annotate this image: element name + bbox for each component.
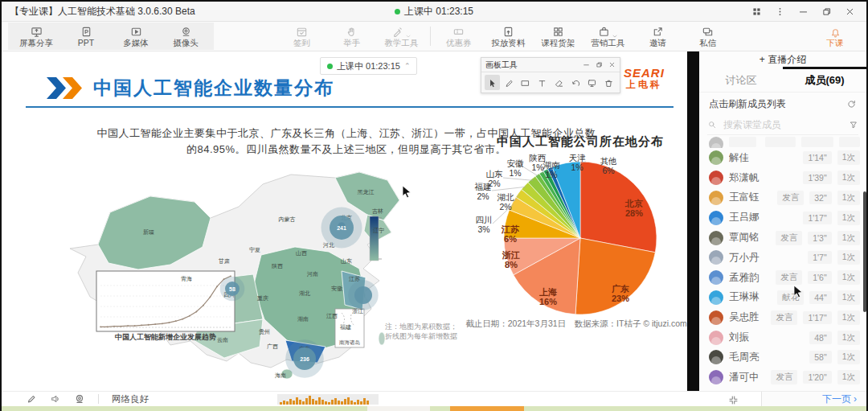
member-search[interactable] [707,115,858,135]
member-row[interactable]: 王琳琳献花44"1次 [699,288,866,308]
whiteboard-palette[interactable]: 画板工具 [481,57,620,93]
toolbar-item-invite[interactable]: 邀请 [633,22,682,51]
svg-text:8%: 8% [505,260,518,269]
svg-text:中国人工智能新增企业发展趋势: 中国人工智能新增企业发展趋势 [115,333,216,341]
map-label-河南: 河南 [306,271,318,277]
chevron-up-icon[interactable]: ⌃ [404,62,411,70]
member-time-badge: 1'7" [808,251,831,264]
svg-text:折线图为每年新增数据: 折线图为每年新增数据 [385,332,457,340]
map-label-青海: 青海 [181,276,192,282]
member-row-partial[interactable] [699,137,866,148]
palette-minimize-icon[interactable] [583,61,590,68]
webcam-icon[interactable] [74,393,85,405]
palette-tool-board[interactable] [585,75,600,90]
pie-slice-北京 [580,162,657,253]
refresh-icon[interactable] [846,99,857,109]
svg-text:6%: 6% [602,166,614,175]
invite-icon [652,26,664,38]
tab-members[interactable]: 成员(69) [783,69,866,92]
map-label-广西: 广西 [267,343,278,350]
speaker-icon[interactable] [50,393,61,405]
member-row[interactable]: 王富钰发言32"1次 [699,188,866,208]
member-row[interactable]: 潘可中发言1'20"1次 [699,368,866,388]
palette-tool-eraser[interactable] [551,75,567,90]
live-intro-header[interactable]: + 直播介绍 [699,51,866,68]
slide-title-block: 中国人工智能企业数量分布 [47,76,334,101]
toolbar-item-media[interactable]: 多媒体 [111,23,161,50]
member-name: 毛周亮 [729,351,804,364]
end-class-button[interactable]: 下课 [810,22,860,51]
close-icon[interactable] [845,6,855,17]
restore-icon[interactable] [821,6,832,17]
slide-canvas[interactable]: 上课中 01:23:15 ⌃ 画板工具 SEARI 上电科 [2,51,687,391]
member-time-badge: 1'39" [803,171,831,184]
palette-tool-select[interactable] [485,75,500,90]
toolbar-item-hand[interactable]: 举手 [327,22,377,51]
svg-text:1%: 1% [571,162,583,172]
svg-text:天津: 天津 [569,153,587,162]
svg-text:注：地图为累积数据；: 注：地图为累积数据； [385,323,457,331]
member-row[interactable]: 孟雅韵发言1'6"1次 [699,268,866,288]
timeline-strip[interactable] [2,406,866,411]
member-time-badge: 44" [809,291,831,304]
class-timer-pill[interactable]: 上课中 01:23:15 ⌃ [320,57,417,75]
toolbar-item-camera[interactable]: 摄像头 [161,23,211,50]
window-titlebar: 【专业课】人工智能技术基础 3.0.6.30 Beta 上课中 01:23:15 [2,2,866,22]
palette-tool-texttool[interactable] [534,75,550,90]
member-row[interactable]: 郑潇帆1'39"1次 [699,168,866,188]
avatar [709,310,723,325]
toolbar-item-ticket[interactable]: 优惠券 [433,22,483,51]
undo-icon [571,77,581,88]
member-count-badge: 1次 [837,350,860,364]
svg-text:上海: 上海 [538,287,557,297]
member-row[interactable]: 解佳1'14"1次 [699,148,866,168]
member-row[interactable]: 刘振48"1次 [699,327,866,347]
chevron-down-icon [612,28,618,35]
more-menu-icon[interactable] [775,6,785,17]
toolbar-item-ppt[interactable]: PPT [61,23,111,50]
filter-icon[interactable] [849,120,858,129]
palette-tool-undo[interactable] [568,75,583,90]
member-list-scrollbar[interactable] [863,191,866,312]
tab-discussion[interactable]: 讨论区 [699,69,783,92]
member-row[interactable]: 吴忠胜发言1'17"1次 [699,307,866,327]
member-row[interactable]: 毛周亮58"1次 [699,347,866,368]
toolbar-item-shelf[interactable]: 课程货架 [533,22,583,51]
toolbar-item-dm[interactable]: 私信 [682,22,732,51]
svg-text:2%: 2% [477,191,489,201]
refresh-members-row[interactable]: 点击刷新成员列表 [699,92,866,115]
member-row[interactable]: 王吕娜1'17"1次 [699,208,866,228]
toolbar-item-docup[interactable]: 投放资料 [483,22,533,51]
texttool-icon [537,77,547,88]
minimize-icon[interactable] [798,6,809,17]
member-tag-badge: 发言 [771,370,797,384]
collapse-icon[interactable] [728,394,739,405]
pie-chart-footer: 截止日期：2021年3月31日 数据来源：IT桔子 © itjuzi.com [452,319,687,330]
content-divider [687,51,699,391]
toolbar-item-bag[interactable]: 营销工具 [583,22,633,51]
palette-tool-recttool[interactable] [518,75,534,90]
toolbar-item-screen[interactable]: 屏幕分享 [11,23,61,50]
toolbar-item-tools[interactable]: 教学工具 [377,22,427,51]
avatar [709,370,723,384]
map-label-云南: 云南 [217,337,228,343]
palette-close-icon[interactable] [608,61,616,68]
palette-tool-pen[interactable] [502,75,517,90]
map-label-新疆: 新疆 [143,228,154,236]
palette-tool-trash[interactable] [601,75,616,90]
annotate-pen-icon[interactable] [26,393,37,405]
member-time-badge: 32" [809,191,831,204]
member-row[interactable]: 万小丹1'7"1次 [699,248,866,268]
audio-waveform [277,394,379,405]
pie-chart-title: 中国人工智能公司所在地分布 [470,134,687,150]
map-label-湖南: 湖南 [297,316,309,322]
member-row[interactable]: 覃闻铭发言1'3"1次 [699,228,866,248]
toolbar-item-checkin[interactable]: 签到 [277,22,327,51]
search-input[interactable] [722,118,844,131]
palette-restore-icon[interactable] [596,61,603,68]
chevron-down-icon [405,28,411,35]
member-time-badge: 1'6" [808,271,831,284]
next-page-link[interactable]: 下一页 › [822,393,857,406]
layout-grid-icon[interactable] [751,6,762,17]
member-name: 吴忠胜 [729,310,765,324]
